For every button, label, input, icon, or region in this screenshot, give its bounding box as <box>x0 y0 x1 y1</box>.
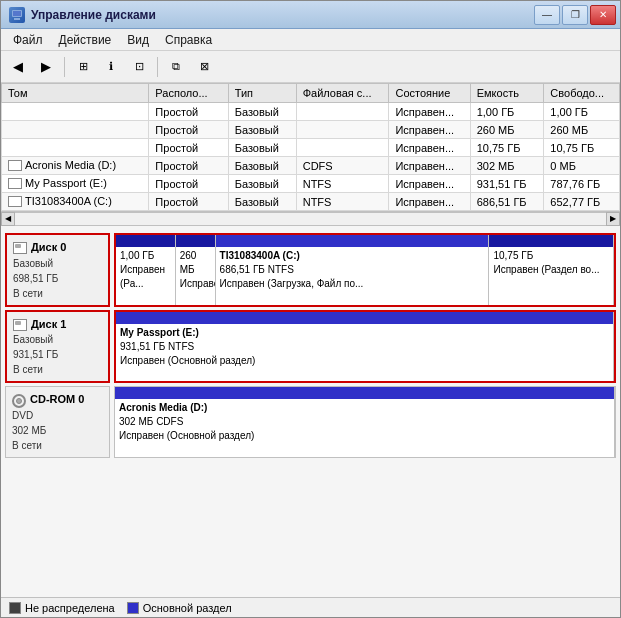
toolbar-back[interactable]: ◀ <box>5 55 31 79</box>
partition-block-disk1-0[interactable]: My Passport (E:)931,51 ГБ NTFSИсправен (… <box>116 312 614 382</box>
scroll-right-arrow[interactable]: ▶ <box>606 212 620 226</box>
table-cell: My Passport (E:) <box>2 175 149 193</box>
partition-block-disk0-3[interactable]: 10,75 ГБИсправен (Раздел во... <box>489 235 614 305</box>
table-cell: 931,51 ГБ <box>470 175 544 193</box>
disk-label-info-disk0: Базовый698,51 ГБВ сети <box>13 256 102 301</box>
disk-map[interactable]: Диск 0Базовый698,51 ГБВ сети1,00 ГБИспра… <box>1 226 620 597</box>
disk-label-info-disk1: Базовый931,51 ГБВ сети <box>13 332 102 377</box>
table-cell: Acronis Media (D:) <box>2 157 149 175</box>
col-fs[interactable]: Файловая с... <box>296 84 389 103</box>
table-cell: 686,51 ГБ <box>470 193 544 211</box>
table-cell: Исправен... <box>389 193 470 211</box>
partition-desc: Исправен (Ра... <box>120 263 171 291</box>
table-cell: 10,75 ГБ <box>470 139 544 157</box>
table-cell: 787,76 ГБ <box>544 175 620 193</box>
partition-desc: Исправен <box>180 277 211 291</box>
partition-desc: Исправен (Загрузка, Файл по... <box>220 277 485 291</box>
disk-row-disk1[interactable]: Диск 1Базовый931,51 ГБВ сетиMy Passport … <box>5 310 616 384</box>
col-rasp[interactable]: Располо... <box>149 84 228 103</box>
title-bar: Управление дисками — ❐ ✕ <box>1 1 620 29</box>
svg-rect-2 <box>14 18 20 20</box>
table-cell: 1,00 ГБ <box>470 103 544 121</box>
partition-name: My Passport (E:) <box>120 326 609 340</box>
table-row[interactable]: ПростойБазовыйИсправен...260 МБ260 МБ <box>2 121 620 139</box>
partition-size: 1,00 ГБ <box>120 249 171 263</box>
disk-row-disk0[interactable]: Диск 0Базовый698,51 ГБВ сети1,00 ГБИспра… <box>5 233 616 307</box>
partition-block-disk0-1[interactable]: 260 МБИсправен <box>176 235 216 305</box>
disk-label-cdrom0[interactable]: CD-ROM 0DVD302 МБВ сети <box>5 386 110 458</box>
disk-label-disk0[interactable]: Диск 0Базовый698,51 ГБВ сети <box>5 233 110 307</box>
partition-content: TI31083400A (C:)686,51 ГБ NTFSИсправен (… <box>216 247 489 305</box>
table-cell: 1,00 ГБ <box>544 103 620 121</box>
table-row[interactable]: Acronis Media (D:)ПростойБазовыйCDFSИспр… <box>2 157 620 175</box>
table-cell: Исправен... <box>389 121 470 139</box>
partition-size: 686,51 ГБ NTFS <box>220 263 485 277</box>
col-svob[interactable]: Свободо... <box>544 84 620 103</box>
menu-file[interactable]: Файл <box>5 30 51 50</box>
table-cell: 652,77 ГБ <box>544 193 620 211</box>
table-row[interactable]: TI31083400A (C:)ПростойБазовыйNTFSИсправ… <box>2 193 620 211</box>
partition-content: 10,75 ГБИсправен (Раздел во... <box>489 247 613 305</box>
menu-action[interactable]: Действие <box>51 30 120 50</box>
title-bar-buttons: — ❐ ✕ <box>534 5 616 25</box>
disk-table-wrapper[interactable]: Том Располо... Тип Файловая с... Состоян… <box>1 83 620 212</box>
title-bar-icon <box>9 7 25 23</box>
partition-block-disk0-0[interactable]: 1,00 ГБИсправен (Ра... <box>116 235 176 305</box>
table-cell: Простой <box>149 103 228 121</box>
table-cell <box>296 139 389 157</box>
toolbar-sep2 <box>157 57 158 77</box>
table-cell: Простой <box>149 157 228 175</box>
col-sost[interactable]: Состояние <box>389 84 470 103</box>
legend-unallocated-box <box>9 602 21 614</box>
toolbar: ◀ ▶ ⊞ ℹ ⊡ ⧉ ⊠ <box>1 51 620 83</box>
scroll-track[interactable] <box>15 212 606 226</box>
horizontal-scrollbar[interactable]: ◀ ▶ <box>1 212 620 226</box>
disk-visual-disk1[interactable]: My Passport (E:)931,51 ГБ NTFSИсправен (… <box>114 310 616 384</box>
col-tom[interactable]: Том <box>2 84 149 103</box>
table-cell: Простой <box>149 121 228 139</box>
title-bar-left: Управление дисками <box>9 7 156 23</box>
partition-block-disk0-2[interactable]: TI31083400A (C:)686,51 ГБ NTFSИсправен (… <box>216 235 490 305</box>
partition-block-cdrom0-0[interactable]: Acronis Media (D:)302 МБ CDFSИсправен (О… <box>115 387 615 457</box>
col-tip[interactable]: Тип <box>228 84 296 103</box>
disk-visual-cdrom0[interactable]: Acronis Media (D:)302 МБ CDFSИсправен (О… <box>114 386 616 458</box>
disk-visual-disk0[interactable]: 1,00 ГБИсправен (Ра...260 МБИсправенTI31… <box>114 233 616 307</box>
minimize-button[interactable]: — <box>534 5 560 25</box>
partition-header <box>116 312 613 324</box>
table-cell: Базовый <box>228 157 296 175</box>
table-cell: 260 МБ <box>470 121 544 139</box>
restore-button[interactable]: ❐ <box>562 5 588 25</box>
disk-row-cdrom0[interactable]: CD-ROM 0DVD302 МБВ сетиAcronis Media (D:… <box>5 386 616 458</box>
partition-size: 260 МБ <box>180 249 211 277</box>
toolbar-forward[interactable]: ▶ <box>33 55 59 79</box>
scroll-left-arrow[interactable]: ◀ <box>1 212 15 226</box>
table-cell: 10,75 ГБ <box>544 139 620 157</box>
toolbar-btn5[interactable]: ⊠ <box>191 55 217 79</box>
table-cell: 0 МБ <box>544 157 620 175</box>
title-bar-title: Управление дисками <box>31 8 156 22</box>
close-button[interactable]: ✕ <box>590 5 616 25</box>
toolbar-btn1[interactable]: ⊞ <box>70 55 96 79</box>
menu-help[interactable]: Справка <box>157 30 220 50</box>
table-row[interactable]: ПростойБазовыйИсправен...10,75 ГБ10,75 Г… <box>2 139 620 157</box>
table-row[interactable]: ПростойБазовыйИсправен...1,00 ГБ1,00 ГБ <box>2 103 620 121</box>
table-cell: Базовый <box>228 139 296 157</box>
table-cell: 260 МБ <box>544 121 620 139</box>
table-cell: Базовый <box>228 193 296 211</box>
disk-label-disk1[interactable]: Диск 1Базовый931,51 ГБВ сети <box>5 310 110 384</box>
main-content: Том Располо... Тип Файловая с... Состоян… <box>1 83 620 617</box>
legend: Не распределена Основной раздел <box>1 597 620 617</box>
table-cell: TI31083400A (C:) <box>2 193 149 211</box>
toolbar-btn4[interactable]: ⧉ <box>163 55 189 79</box>
menu-view[interactable]: Вид <box>119 30 157 50</box>
toolbar-sep1 <box>64 57 65 77</box>
partition-size: 10,75 ГБ <box>493 249 609 263</box>
table-row[interactable]: My Passport (E:)ПростойБазовыйNTFSИсправ… <box>2 175 620 193</box>
window: Управление дисками — ❐ ✕ Файл Действие В… <box>0 0 621 618</box>
toolbar-btn3[interactable]: ⊡ <box>126 55 152 79</box>
toolbar-btn2[interactable]: ℹ <box>98 55 124 79</box>
table-cell <box>2 121 149 139</box>
partition-header <box>115 387 614 399</box>
col-emk[interactable]: Емкость <box>470 84 544 103</box>
legend-unallocated-label: Не распределена <box>25 602 115 614</box>
